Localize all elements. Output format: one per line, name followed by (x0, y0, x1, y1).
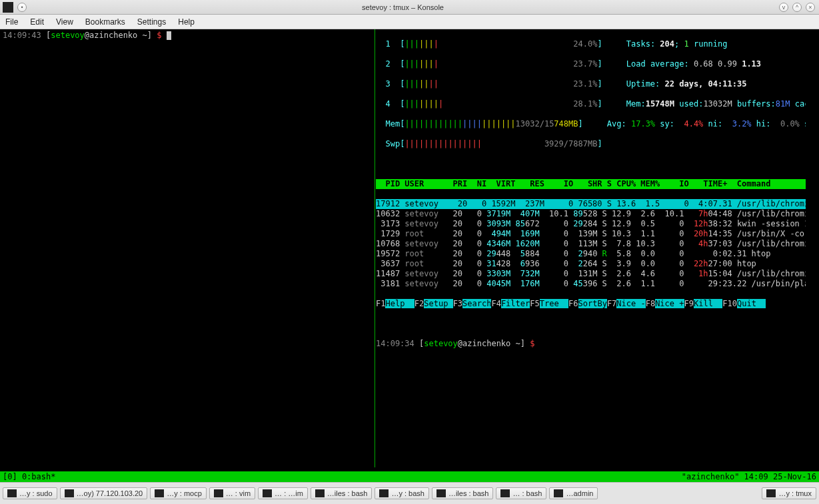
htop-header[interactable]: PID USER PRI NI VIRT RES IO SHR S CPU% M… (376, 179, 806, 189)
process-row[interactable]: 3181 setevoy 20 0 4045M 176M 0 45396 S 2… (376, 279, 806, 289)
blank-row (376, 159, 806, 169)
terminal-icon (214, 489, 223, 497)
menu-file[interactable]: File (5, 17, 18, 27)
taskbar-item[interactable]: … : …im (258, 487, 308, 499)
menu-bar: File Edit View Bookmarks Settings Help (0, 15, 819, 29)
window-titlebar: • setevoy : tmux – Konsole v ^ × (0, 0, 819, 15)
taskbar-item[interactable]: … : bash (496, 487, 546, 499)
minimize-icon[interactable]: v (779, 3, 788, 12)
cpu-row-4: 4 [|||||||| 28.1%] Mem:15748M used:13032… (376, 99, 806, 109)
pane-divider[interactable] (375, 29, 375, 467)
taskbar-item[interactable]: …admin (549, 487, 598, 499)
process-row[interactable]: 1729 root 20 0 494M 169M 0 139M S 10.3 1… (376, 229, 806, 239)
taskbar-item[interactable]: …y : bash (375, 487, 429, 499)
tmux-pane-left[interactable]: 14:09:43 [setevoy@azinchenko ~] $ (0, 29, 375, 467)
cpu-row-3: 3 [||||||| 23.1%] Uptime: 22 days, 04:11… (376, 79, 806, 89)
window-title: setevoy : tmux – Konsole (28, 3, 778, 11)
app-icon (3, 2, 13, 13)
maximize-icon[interactable]: ^ (792, 3, 802, 12)
tmux-pane-right[interactable]: 1 [||||||| 24.0%] Tasks: 204; 1 running … (376, 29, 806, 467)
htop-fnkeys[interactable]: F1Help F2Setup F3SearchF4FilterF5Tree F6… (376, 299, 806, 309)
terminal-icon (7, 489, 17, 497)
terminal-icon (554, 489, 563, 497)
process-row[interactable]: 10632 setevoy 20 0 3719M 407M 10.1 89528… (376, 209, 806, 219)
tmux-status-right: "azinchenko" 14:09 25-Nov-16 (682, 472, 816, 481)
taskbar-item[interactable]: …iles : bash (432, 487, 494, 499)
cursor-icon (167, 31, 171, 40)
titlebar-left-button[interactable]: • (17, 3, 27, 12)
menu-help[interactable]: Help (178, 17, 195, 27)
process-row[interactable]: 19572 root 20 0 29448 5884 0 2940 R 5.8 … (376, 249, 806, 259)
terminal-area[interactable]: 14:09:43 [setevoy@azinchenko ~] $ 1 [|||… (0, 29, 819, 482)
taskbar-item[interactable]: …y : sudo (3, 487, 57, 499)
terminal-icon (436, 489, 446, 497)
mem-row: Mem[|||||||||||||||||||||||13032/15748MB… (376, 119, 806, 129)
menu-bookmarks[interactable]: Bookmarks (85, 17, 125, 27)
process-row[interactable]: 11487 setevoy 20 0 3303M 732M 0 131M S 2… (376, 269, 806, 279)
menu-view[interactable]: View (56, 17, 73, 27)
close-icon[interactable]: × (806, 3, 815, 12)
terminal-icon (263, 489, 272, 497)
menu-settings[interactable]: Settings (137, 17, 166, 27)
taskbar-item[interactable]: …oy) 77.120.103.20 (60, 487, 148, 499)
right-bottom-prompt[interactable]: 14:09:34 [setevoy@azinchenko ~] $ (376, 339, 806, 349)
taskbar-item[interactable]: …y : mocp (150, 487, 207, 499)
terminal-icon (500, 489, 510, 497)
terminal-icon (65, 489, 74, 497)
process-row[interactable]: 17912 setevoy 20 0 1592M 237M 0 76580 S … (376, 199, 806, 209)
terminal-icon (379, 489, 389, 497)
cpu-row-1: 1 [||||||| 24.0%] Tasks: 204; 1 running (376, 39, 806, 49)
menu-edit[interactable]: Edit (30, 17, 44, 27)
terminal-icon (766, 489, 776, 497)
tmux-status-left: [0] 0:bash* (3, 472, 55, 481)
cpu-row-2: 2 [||||||| 23.7%] Load average: 0.68 0.9… (376, 59, 806, 69)
process-row[interactable]: 10768 setevoy 20 0 4346M 1620M 0 113M S … (376, 239, 806, 249)
tmux-status-bar: [0] 0:bash* "azinchenko" 14:09 25-Nov-16 (0, 471, 819, 482)
process-row[interactable]: 3173 setevoy 20 0 3093M 85672 0 29284 S … (376, 219, 806, 229)
process-row[interactable]: 3637 root 20 0 31428 6936 0 2264 S 3.9 0… (376, 259, 806, 269)
desktop-taskbar: …y : sudo…oy) 77.120.103.20…y : mocp… : … (0, 482, 819, 504)
terminal-icon (155, 489, 164, 497)
blank-row-2 (376, 319, 806, 329)
swp-row: Swp[|||||||||||||||| 3929/7887MB] (376, 139, 806, 149)
taskbar-item[interactable]: … : vim (209, 487, 255, 499)
taskbar-item[interactable]: …iles : bash (311, 487, 373, 499)
terminal-icon (315, 489, 325, 497)
taskbar-item-right[interactable]: …y : tmux (762, 487, 816, 499)
